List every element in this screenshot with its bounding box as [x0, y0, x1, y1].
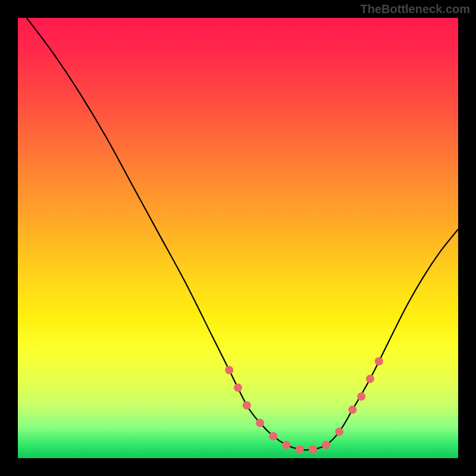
chart-background	[18, 18, 458, 458]
watermark-text: TheBottleneck.com	[361, 2, 470, 16]
